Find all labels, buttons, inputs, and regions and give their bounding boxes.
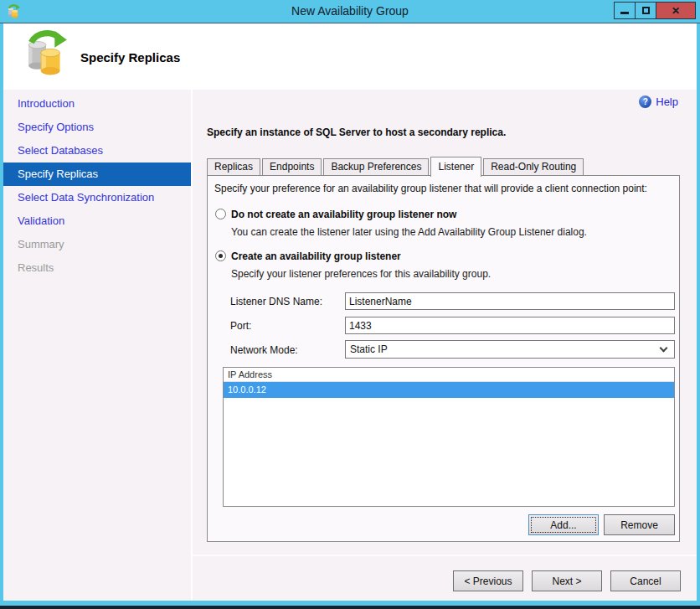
maximize-button[interactable] bbox=[635, 2, 656, 19]
cancel-button[interactable]: Cancel bbox=[610, 570, 681, 591]
new-availability-group-window: New Availability Group ✕ Specify Replica… bbox=[0, 0, 700, 609]
tab-read-only-routing[interactable]: Read-Only Routing bbox=[483, 158, 584, 176]
page-title: Specify Replicas bbox=[80, 50, 180, 65]
listener-intro-text: Specify your preference for an availabil… bbox=[214, 183, 647, 194]
radio-do-not-create-description: You can create the listener later using … bbox=[231, 226, 587, 238]
port-label: Port: bbox=[230, 320, 251, 332]
maximize-icon bbox=[642, 7, 650, 14]
radio-create-description: Specify your listener preferences for th… bbox=[231, 268, 491, 280]
footer-divider bbox=[193, 555, 697, 556]
ip-address-column-header: IP Address bbox=[224, 368, 674, 382]
window-title: New Availability Group bbox=[0, 4, 700, 18]
dns-name-label: Listener DNS Name: bbox=[230, 296, 322, 307]
dns-name-input[interactable] bbox=[345, 292, 675, 310]
minimize-icon bbox=[620, 12, 629, 14]
sidebar-item-select-databases[interactable]: Select Databases bbox=[3, 139, 191, 163]
minimize-button[interactable] bbox=[614, 2, 636, 19]
network-mode-value: Static IP bbox=[350, 343, 388, 355]
close-icon: ✕ bbox=[672, 6, 680, 16]
radio-create-label[interactable]: Create an availability group listener bbox=[231, 250, 401, 262]
tab-replicas[interactable]: Replicas bbox=[207, 158, 260, 176]
chevron-down-icon bbox=[660, 344, 668, 353]
replica-tabs: Replicas Endpoints Backup Preferences Li… bbox=[207, 156, 584, 176]
help-question-icon: ? bbox=[639, 95, 651, 108]
network-mode-dropdown[interactable]: Static IP bbox=[345, 340, 675, 359]
remove-button[interactable]: Remove bbox=[604, 514, 675, 535]
sidebar-item-introduction[interactable]: Introduction bbox=[3, 92, 191, 116]
network-mode-label: Network Mode: bbox=[230, 344, 298, 356]
wizard-body: Introduction Specify Options Select Data… bbox=[3, 90, 697, 601]
wizard-header: Specify Replicas bbox=[3, 24, 697, 90]
radio-create-listener[interactable] bbox=[215, 250, 226, 261]
previous-button[interactable]: < Previous bbox=[453, 570, 523, 591]
tab-backup-preferences[interactable]: Backup Preferences bbox=[323, 158, 429, 176]
ip-address-list[interactable]: IP Address 10.0.0.12 bbox=[223, 367, 675, 507]
sidebar-item-results: Results bbox=[3, 256, 191, 280]
tab-listener[interactable]: Listener bbox=[430, 157, 481, 177]
help-label: Help bbox=[656, 95, 678, 108]
sidebar-item-specify-replicas[interactable]: Specify Replicas bbox=[3, 163, 191, 186]
wizard-steps-sidebar: Introduction Specify Options Select Data… bbox=[3, 90, 191, 601]
radio-do-not-create-label[interactable]: Do not create an availability group list… bbox=[231, 209, 456, 220]
window-frame-bottom-edge bbox=[0, 606, 700, 609]
tab-endpoints[interactable]: Endpoints bbox=[262, 158, 322, 176]
sidebar-item-validation[interactable]: Validation bbox=[3, 209, 191, 233]
listener-tab-panel: Specify your preference for an availabil… bbox=[207, 175, 680, 542]
ip-address-row[interactable]: 10.0.0.12 bbox=[224, 382, 674, 398]
sidebar-item-select-data-sync[interactable]: Select Data Synchronization bbox=[3, 186, 191, 209]
window-frame-right bbox=[697, 23, 700, 606]
port-input[interactable] bbox=[345, 317, 675, 334]
radio-do-not-create-listener[interactable] bbox=[215, 209, 226, 219]
availability-group-icon bbox=[23, 29, 70, 76]
titlebar[interactable]: New Availability Group ✕ bbox=[0, 0, 700, 23]
sidebar-item-summary: Summary bbox=[3, 233, 191, 256]
window-frame-left bbox=[0, 23, 3, 606]
help-link[interactable]: ? Help bbox=[639, 95, 678, 108]
main-content: ? Help Specify an instance of SQL Server… bbox=[193, 90, 697, 601]
add-button[interactable]: Add... bbox=[528, 514, 599, 535]
close-button[interactable]: ✕ bbox=[656, 2, 696, 19]
sidebar-item-specify-options[interactable]: Specify Options bbox=[3, 116, 191, 139]
window-controls: ✕ bbox=[615, 2, 696, 19]
next-button[interactable]: Next > bbox=[532, 570, 602, 591]
page-instruction: Specify an instance of SQL Server to hos… bbox=[207, 126, 506, 138]
